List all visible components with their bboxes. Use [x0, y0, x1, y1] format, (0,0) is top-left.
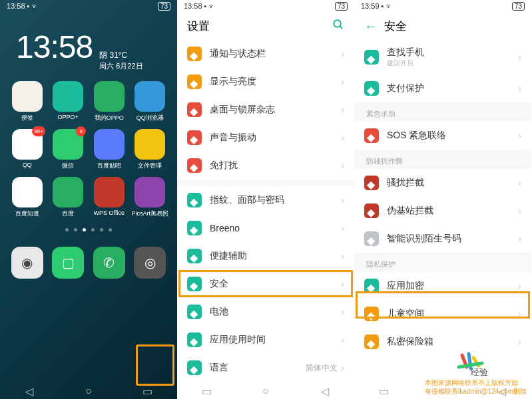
chevron-right-icon: ›: [341, 195, 344, 205]
status-time: 13:58: [184, 2, 202, 10]
search-icon[interactable]: [332, 19, 344, 34]
chevron-right-icon: ›: [518, 309, 521, 319]
app-icon[interactable]: 便签: [8, 81, 47, 122]
app-icon[interactable]: 8微信: [49, 129, 87, 170]
clock-time: 13:58: [16, 29, 93, 65]
wifi-icon: ᯤ: [386, 2, 393, 10]
section-label: 防骚扰作弊: [354, 150, 531, 169]
security-item[interactable]: ◆儿童空间›: [354, 300, 531, 328]
settings-item[interactable]: ◆显示与亮度›: [177, 68, 354, 96]
settings-item[interactable]: ◆桌面与锁屏杂志›: [177, 96, 354, 124]
wifi-icon: ᯤ: [31, 2, 39, 10]
nav-back[interactable]: ◁: [319, 385, 331, 397]
security-item[interactable]: ◆支付保护›: [354, 74, 531, 102]
settings-item[interactable]: ◆便捷辅助›: [177, 242, 354, 270]
status-time: 13:59: [361, 2, 380, 10]
statusbar: 13:58 ▪ ᯤ 73: [177, 0, 354, 12]
settings-item[interactable]: ◆Breeno›: [177, 214, 354, 242]
settings-item[interactable]: ◆电池›: [177, 298, 354, 326]
app-icon[interactable]: 文件管理: [131, 129, 169, 170]
phone-app[interactable]: ✆: [90, 247, 129, 279]
app-icon[interactable]: 百度贴吧: [90, 129, 129, 170]
back-button[interactable]: ←: [364, 19, 378, 34]
settings-item[interactable]: ◆安全›: [177, 270, 354, 298]
app-icon[interactable]: OPPO+: [49, 81, 87, 122]
svg-text:经验: 经验: [471, 367, 488, 377]
security-item[interactable]: ◆查找手机建议开启›: [354, 40, 531, 74]
chevron-right-icon: ›: [341, 160, 344, 171]
app-icon[interactable]: PicsArt美易照: [131, 177, 169, 218]
svg-point-0: [334, 20, 341, 27]
settings-item[interactable]: ◆通知与状态栏›: [177, 40, 354, 68]
section-label: 紧急求助: [354, 102, 531, 122]
section-label: 隐私保护: [354, 253, 531, 272]
chevron-right-icon: ›: [341, 251, 344, 261]
chevron-right-icon: ›: [341, 334, 344, 345]
app-icon[interactable]: 百度知道: [8, 177, 47, 218]
settings-item[interactable]: ◆声音与振动›: [177, 124, 354, 152]
security-item[interactable]: ◆骚扰拦截›: [354, 169, 531, 197]
camera-icon: ▪: [382, 2, 384, 10]
nav-recent[interactable]: ▭: [378, 385, 390, 397]
chevron-right-icon: ›: [341, 49, 344, 59]
chevron-right-icon: ›: [518, 130, 521, 141]
battery-icon: 73: [335, 2, 348, 11]
wifi-icon: ᯤ: [208, 2, 216, 10]
battery-icon: 73: [158, 2, 170, 11]
battery-icon: 73: [512, 2, 525, 11]
chevron-right-icon: ›: [518, 281, 521, 291]
app-icon[interactable]: WPS Office: [90, 177, 129, 218]
camera-icon: ▪: [27, 2, 30, 10]
settings-item[interactable]: ◆指纹、面部与密码›: [177, 186, 354, 214]
app-icon[interactable]: 百度: [49, 177, 87, 218]
security-screen: 13:59 ▪ ᯤ 73 ← 安全 ◆查找手机建议开启›◆支付保护›紧急求助◆S…: [354, 0, 531, 399]
chevron-right-icon: ›: [518, 178, 521, 188]
navbar: ◁ ○ ▭: [0, 383, 177, 399]
security-item[interactable]: ◆智能识别陌生号码›: [354, 225, 531, 253]
statusbar: 13:58 ▪ ᯤ 73: [0, 0, 177, 12]
settings-item[interactable]: ◆免打扰›: [177, 152, 354, 180]
chevron-right-icon: ›: [341, 223, 344, 233]
chevron-right-icon: ›: [518, 52, 521, 63]
svg-text:Bai: Bai: [419, 356, 441, 373]
nav-home[interactable]: ○: [83, 385, 95, 397]
header: ← 安全: [354, 12, 531, 40]
nav-recent[interactable]: ▭: [200, 385, 212, 397]
settings-screen: 13:58 ▪ ᯤ 73 设置 ◆通知与状态栏›◆显示与亮度›◆桌面与锁屏杂志›…: [177, 0, 354, 399]
app-icon[interactable]: 我的OPPO: [90, 81, 129, 122]
security-item[interactable]: ◆SOS 紧急联络›: [354, 122, 531, 150]
page-indicator[interactable]: [0, 228, 177, 231]
camera-icon: ▪: [204, 2, 207, 10]
chevron-right-icon: ›: [518, 233, 521, 244]
watermark-logo: Bai 经验: [419, 348, 492, 381]
settings-item[interactable]: ◆语言简体中文›: [177, 354, 354, 382]
chevron-right-icon: ›: [518, 83, 521, 94]
nav-home[interactable]: ○: [260, 385, 272, 397]
nav-recent[interactable]: ▭: [142, 385, 154, 397]
chevron-right-icon: ›: [341, 307, 344, 317]
clock-widget[interactable]: 13:58 阴 31°C 周六 6月22日: [0, 12, 177, 74]
chevron-right-icon: ›: [518, 205, 521, 216]
app-grid: 便签OPPO+我的OPPOQQ浏览器 99+QQ8微信百度贴吧文件管理 百度知道…: [0, 74, 177, 218]
svg-line-1: [340, 26, 342, 29]
security-item[interactable]: ◆伪基站拦截›: [354, 197, 531, 225]
page-title: 安全: [384, 19, 521, 34]
app-icon[interactable]: 99+QQ: [8, 129, 47, 170]
weather-text: 阴 31°C: [99, 50, 142, 61]
status-time: 13:58: [7, 2, 25, 10]
dock: ◉ ▢ ✆ ◎: [0, 241, 177, 279]
settings-app[interactable]: ◎: [131, 247, 169, 279]
security-item[interactable]: ◆应用加密›: [354, 272, 531, 300]
camera-app[interactable]: ◉: [8, 247, 47, 279]
header: 设置: [177, 12, 354, 40]
app-icon[interactable]: QQ浏览器: [131, 81, 169, 122]
chevron-right-icon: ›: [518, 336, 521, 347]
chevron-right-icon: ›: [341, 104, 344, 115]
settings-item[interactable]: ◆应用使用时间›: [177, 326, 354, 354]
chevron-right-icon: ›: [341, 279, 344, 289]
nav-back[interactable]: ◁: [23, 385, 35, 397]
date-text: 周六 6月22日: [99, 61, 142, 71]
homescreen: 13:58 ▪ ᯤ 73 13:58 阴 31°C 周六 6月22日 便签OPP…: [0, 0, 177, 399]
messages-app[interactable]: ▢: [49, 247, 87, 279]
chevron-right-icon: ›: [341, 132, 344, 143]
